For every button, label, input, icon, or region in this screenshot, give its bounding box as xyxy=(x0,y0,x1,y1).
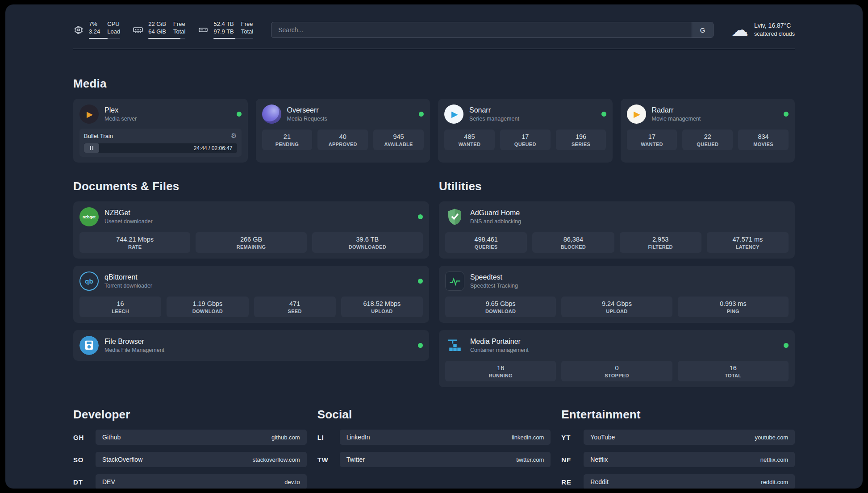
cpu-metric: 7% 3.24 CPU Load xyxy=(73,21,120,39)
app-description: Media File Management xyxy=(104,347,164,353)
app-card-filebrowser[interactable]: File Browser Media File Management xyxy=(73,330,429,361)
gear-icon[interactable]: ⚙ xyxy=(231,132,237,140)
search-bar: G xyxy=(271,22,714,38)
app-card-adguard[interactable]: AdGuard Home DNS and adblocking 498,461 … xyxy=(439,201,795,259)
app-name: Plex xyxy=(104,106,137,114)
app-description: Series management xyxy=(469,116,519,122)
section-title-media: Media xyxy=(73,77,795,91)
app-card-overseerr[interactable]: Overseerr Media Requests 21 PENDING 40 A… xyxy=(256,99,430,163)
stat-tile: 16 LEECH xyxy=(79,297,161,317)
bookmark-dev[interactable]: DT DEV dev.to xyxy=(73,474,307,489)
stat-tile: 498,461 QUERIES xyxy=(445,232,527,253)
app-name: Radarr xyxy=(652,106,701,114)
app-card-qbittorrent[interactable]: qb qBittorrent Torrent downloader 16 LEE… xyxy=(73,266,429,323)
stat-tile: 1.19 Gbps DOWNLOAD xyxy=(167,297,248,317)
app-card-portainer[interactable]: Media Portainer Container management 16 … xyxy=(439,330,795,387)
section-title-developer: Developer xyxy=(73,408,307,422)
stat-tile: 744.21 Mbps RATE xyxy=(79,232,190,253)
disk-metric: 52.4 TB 97.9 TB Free Total xyxy=(198,21,253,39)
bookmark-netflix[interactable]: NF Netflix netflix.com xyxy=(561,452,795,467)
status-dot xyxy=(601,112,606,117)
status-dot xyxy=(419,112,424,117)
overseerr-icon xyxy=(262,104,281,124)
stat-tile: 16 TOTAL xyxy=(678,361,789,381)
system-metrics: 7% 3.24 CPU Load xyxy=(73,21,253,39)
disk-icon xyxy=(198,25,209,35)
status-dot xyxy=(418,343,423,348)
search-input[interactable] xyxy=(271,22,692,38)
stat-tile: 196 SERIES xyxy=(556,130,606,150)
playback-time: 24:44 / 02:06:47 xyxy=(194,145,233,151)
app-description: Speedtest Tracking xyxy=(470,283,518,289)
bookmark-github[interactable]: GH Github github.com xyxy=(73,430,307,445)
stat-tile: 266 GB REMAINING xyxy=(196,232,306,253)
plex-icon: ▶ xyxy=(79,104,99,124)
sonarr-icon: ▶ xyxy=(444,104,463,124)
bookmark-stackoverflow[interactable]: SO StackOverflow stackoverflow.com xyxy=(73,452,307,467)
bookmark-twitter[interactable]: TW Twitter twitter.com xyxy=(317,452,551,467)
header-divider xyxy=(73,49,795,49)
stat-tile: 22 QUEUED xyxy=(682,130,733,150)
app-name: AdGuard Home xyxy=(470,209,521,217)
stat-tile: 39.6 TB DOWNLOADED xyxy=(312,232,423,253)
nzbget-icon: nzbget xyxy=(79,207,99,226)
app-card-plex[interactable]: ▶ Plex Media server Bullet Train ⚙ xyxy=(73,99,248,163)
search-engine-button[interactable]: G xyxy=(692,22,713,38)
app-description: Movie management xyxy=(652,116,701,122)
app-card-nzbget[interactable]: nzbget NZBGet Usenet downloader 744.21 M… xyxy=(73,201,429,259)
app-description: Container management xyxy=(470,347,529,353)
app-description: DNS and adblocking xyxy=(470,218,521,225)
app-card-radarr[interactable]: ▶ Radarr Movie management 17 WANTED 22 Q… xyxy=(621,99,795,163)
app-name: Sonarr xyxy=(469,106,519,114)
speedtest-icon xyxy=(445,272,464,291)
app-description: Media server xyxy=(104,116,137,122)
cpu-label: CPU xyxy=(107,21,120,28)
weather-widget[interactable]: ☁ Lviv, 16.87°C scattered clouds xyxy=(731,21,795,38)
section-title-documents: Documents & Files xyxy=(73,180,429,193)
cloud-icon: ☁ xyxy=(731,21,748,38)
stat-tile: 2,953 FILTERED xyxy=(620,232,701,253)
pause-icon[interactable] xyxy=(90,146,93,150)
stat-tile: 9.65 Gbps DOWNLOAD xyxy=(445,297,556,317)
stat-tile: 0 STOPPED xyxy=(561,361,672,381)
qbittorrent-icon: qb xyxy=(79,272,99,291)
memory-total: 64 GiB xyxy=(148,28,166,36)
weather-location: Lviv, 16.87°C xyxy=(754,21,795,30)
cpu-icon xyxy=(73,25,84,35)
stat-tile: 485 WANTED xyxy=(444,130,495,150)
disk-total: 97.9 TB xyxy=(213,28,234,36)
bookmark-youtube[interactable]: YT YouTube youtube.com xyxy=(561,430,795,445)
topbar: 7% 3.24 CPU Load xyxy=(73,18,795,42)
adguard-icon xyxy=(445,207,464,226)
app-name: NZBGet xyxy=(104,209,153,217)
portainer-icon xyxy=(445,336,464,355)
status-dot xyxy=(784,343,789,348)
stat-tile: 471 SEED xyxy=(254,297,336,317)
bookmark-linkedin[interactable]: LI LinkedIn linkedin.com xyxy=(317,430,551,445)
cpu-progress-bar xyxy=(89,38,120,39)
stat-tile: 618.52 Mbps UPLOAD xyxy=(341,297,423,317)
now-playing-title: Bullet Train xyxy=(84,133,113,139)
disk-free-label: Free xyxy=(241,21,253,28)
memory-metric: 22 GiB 64 GiB Free Total xyxy=(133,21,185,39)
stat-tile: 0.993 ms PING xyxy=(678,297,789,317)
status-dot xyxy=(418,214,423,219)
section-title-entertainment: Entertainment xyxy=(561,408,795,422)
section-title-utilities: Utilities xyxy=(439,180,795,193)
section-title-social: Social xyxy=(317,408,551,422)
bookmark-reddit[interactable]: RE Reddit reddit.com xyxy=(561,474,795,489)
now-playing-panel: Bullet Train ⚙ 24:44 / 02:06:47 xyxy=(79,129,242,157)
app-card-speedtest[interactable]: Speedtest Speedtest Tracking 9.65 Gbps D… xyxy=(439,266,795,323)
stat-tile: 40 APPROVED xyxy=(317,130,368,150)
stat-tile: 17 QUEUED xyxy=(500,130,551,150)
stat-tile: 17 WANTED xyxy=(627,130,677,150)
stat-tile: 945 AVAILABLE xyxy=(373,130,424,150)
memory-progress-bar xyxy=(148,38,185,39)
app-name: qBittorrent xyxy=(104,273,152,281)
stat-tile: 16 RUNNING xyxy=(445,361,556,381)
app-description: Torrent downloader xyxy=(104,283,152,289)
playback-progress-bar[interactable]: 24:44 / 02:06:47 xyxy=(84,143,237,153)
app-card-sonarr[interactable]: ▶ Sonarr Series management 485 WANTED 17… xyxy=(438,99,613,163)
app-description: Usenet downloader xyxy=(104,218,153,225)
filebrowser-icon xyxy=(79,336,99,355)
